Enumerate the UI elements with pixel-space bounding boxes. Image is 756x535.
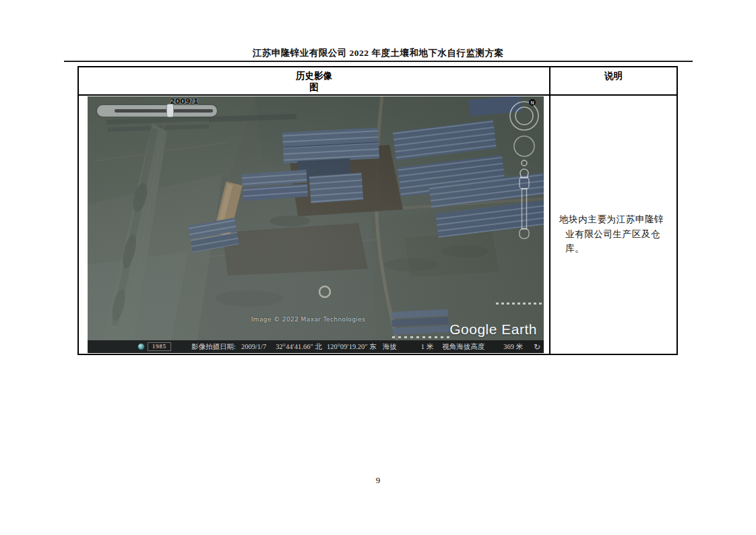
time-slider-track[interactable] xyxy=(115,109,213,113)
google-earth-viewport[interactable]: 2009/1 N xyxy=(88,96,544,353)
zoom-in-button xyxy=(519,177,529,189)
document-header-title: 江苏申隆锌业有限公司 2022 年度土壤和地下水自行监测方案 xyxy=(0,47,756,59)
table-header-divider xyxy=(79,94,676,96)
zoom-out-button xyxy=(519,228,529,239)
pegman-icon[interactable] xyxy=(520,160,528,178)
capture-date-label: 影像拍摄日期: xyxy=(191,342,236,352)
altitude-label: 海拔 xyxy=(383,342,397,352)
capture-date-value: 2009/1/7 xyxy=(241,343,266,350)
imagery-header-line1: 历史影像 xyxy=(79,70,549,82)
historical-imagery-clock-icon[interactable] xyxy=(137,343,145,350)
pan-control[interactable] xyxy=(514,136,534,156)
zoom-slider[interactable] xyxy=(519,177,529,239)
compass-north-label: N xyxy=(530,100,534,106)
google-earth-logo: Google Earth xyxy=(449,321,537,338)
table-column-divider xyxy=(549,67,550,354)
time-slider[interactable] xyxy=(97,105,217,117)
longitude-value: 120°09′19.20″ 东 xyxy=(327,342,377,352)
time-slider-date-label: 2009/1 xyxy=(170,97,198,106)
time-slider-handle[interactable] xyxy=(166,104,174,117)
note-column-header: 说明 xyxy=(550,70,676,82)
note-text: 地块内主要为江苏申隆锌业有限公司生产区及仓库。 xyxy=(559,212,672,256)
document-page: 江苏申隆锌业有限公司 2022 年度土壤和地下水自行监测方案 历史影像 图 说明 xyxy=(0,0,756,535)
imagery-column-header: 历史影像 图 xyxy=(79,70,549,93)
status-bar: 1985 影像拍摄日期: 2009/1/7 32°44′41.66″ 北 120… xyxy=(88,340,544,353)
history-imagery-table: 历史影像 图 说明 xyxy=(77,66,678,355)
refresh-icon: ↻ xyxy=(534,342,540,352)
satellite-imagery xyxy=(88,96,544,353)
page-number: 9 xyxy=(0,475,756,486)
eye-altitude-value: 369 米 xyxy=(503,342,523,352)
compass-control[interactable] xyxy=(510,102,538,130)
latitude-value: 32°44′41.66″ 北 xyxy=(276,342,322,352)
history-year-badge[interactable]: 1985 xyxy=(148,342,171,351)
header-rule xyxy=(64,61,693,62)
compass-north-icon[interactable]: N xyxy=(529,99,536,106)
navigation-controls: N xyxy=(504,98,544,243)
imagery-copyright: Image © 2022 Maxar Technologies xyxy=(251,316,366,323)
imagery-header-line2: 图 xyxy=(79,82,549,93)
eye-altitude-label: 视角海拔高度 xyxy=(442,342,484,352)
altitude-value: 1 米 xyxy=(421,342,433,352)
